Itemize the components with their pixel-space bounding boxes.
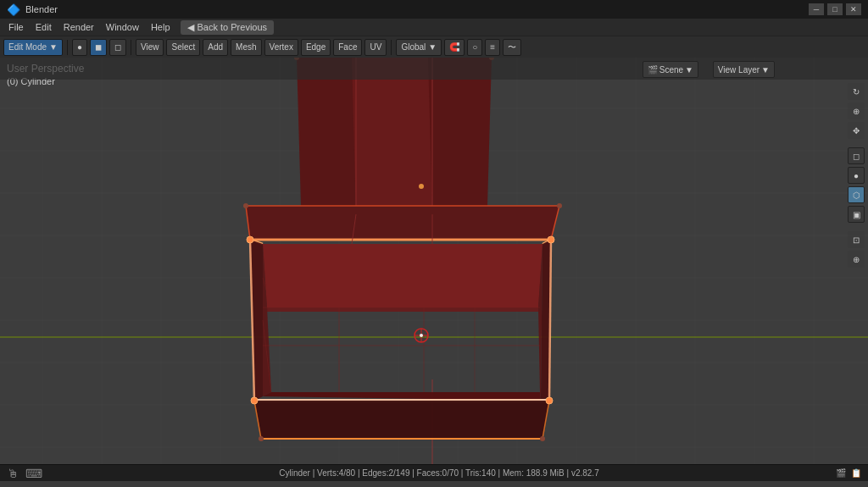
window-controls: ─ □ ✕ [809,3,861,15]
mode-dropdown-icon: ▼ [49,42,58,52]
status-keyboard-icon: ⌨ [25,467,42,480]
pivot-dropdown-icon: ▼ [428,42,437,52]
proportional-edit[interactable]: ○ [467,39,482,56]
back-to-previous-button[interactable]: ◀ Back to Previous [181,20,275,35]
menu-window[interactable]: Window [101,20,144,34]
view-gizmo-btn[interactable]: ↻ [848,83,865,100]
blender-logo: 🔷 [7,3,20,16]
scene-icon: 🎬 [648,65,658,75]
pivot-dropdown[interactable]: Global ▼ [396,39,442,56]
svg-marker-28 [428,58,492,214]
face-select-btn[interactable]: ◻ [109,39,126,56]
svg-marker-27 [352,58,432,214]
toolbar-separator-1 [67,40,68,55]
statusbar-left: 🖱 ⌨ [7,467,42,480]
material-shading-btn[interactable]: ⬡ [848,186,865,203]
pivot-label: Global [401,42,426,52]
edge-select-btn[interactable]: ◼ [90,39,107,56]
view-layer-selector[interactable]: View Layer ▼ [713,61,775,78]
svg-point-68 [557,203,562,208]
menu-edit[interactable]: Edit [31,20,57,34]
solid-shading-btn[interactable]: ● [848,167,865,184]
svg-marker-26 [297,58,356,214]
overlay-toggle-btn[interactable]: ⊡ [848,231,865,248]
titlebar: 🔷 Blender ─ □ ✕ [0,0,868,19]
vertex-menu[interactable]: Vertex [264,39,298,56]
svg-marker-45 [254,401,549,439]
toolbar-separator-3 [391,40,392,55]
close-button[interactable]: ✕ [846,3,861,15]
status-mouse-icon: 🖱 [7,467,19,480]
zoom-gizmo-btn[interactable]: ⊕ [848,102,865,119]
titlebar-left: 🔷 Blender [7,3,58,16]
mode-dropdown[interactable]: Edit Mode ▼ [3,39,63,56]
vertex-select-btn[interactable]: ● [72,39,87,56]
statusbar-text: Cylinder | Verts:4/80 | Edges:2/149 | Fa… [279,468,598,478]
status-scene-icon: 🎬 [836,468,846,478]
wireframe-shading-btn[interactable]: ◻ [848,147,865,164]
svg-point-70 [540,436,545,441]
svg-point-62 [419,184,424,189]
svg-marker-37 [263,244,542,307]
back-icon: ◀ [187,22,194,33]
titlebar-title: Blender [25,4,58,14]
menu-render[interactable]: Render [58,20,99,34]
add-menu[interactable]: Add [203,39,228,56]
face-menu[interactable]: Face [333,39,362,56]
viewport-area[interactable]: User Perspective (0) Cylinder 🎬 Scene ▼ … [0,58,868,464]
uv-menu[interactable]: UV [364,39,387,56]
viewport-right-toolbar: ↻ ⊕ ✥ ◻ ● ⬡ ▣ ⊡ ⊕ [848,83,865,268]
svg-point-67 [243,203,248,208]
menu-file[interactable]: File [3,20,29,34]
svg-point-64 [548,236,554,243]
toolbar-extra-1[interactable]: ≡ [485,39,500,56]
3d-scene [0,58,868,464]
svg-point-61 [420,334,423,337]
scene-selector[interactable]: 🎬 Scene ▼ [643,61,698,78]
edge-menu[interactable]: Edge [301,39,331,56]
view-menu[interactable]: View [136,39,164,56]
mode-label: Edit Mode [8,42,47,52]
viewport-header: 🎬 Scene ▼ View Layer ▼ [0,58,868,80]
status-layer-icon: 📋 [851,468,861,478]
svg-point-63 [247,236,253,243]
toolbar-separator-2 [131,40,131,55]
statusbar: 🖱 ⌨ Cylinder | Verts:4/80 | Edges:2/149 … [0,464,868,481]
minimize-button[interactable]: ─ [809,3,824,15]
snap-toggle[interactable]: 🧲 [444,39,465,56]
svg-point-69 [259,436,264,441]
svg-point-66 [546,397,553,404]
svg-point-65 [251,397,258,404]
menu-help[interactable]: Help [146,20,175,34]
statusbar-info: Cylinder | Verts:4/80 | Edges:2/149 | Fa… [279,468,598,478]
toolbar-extra-2[interactable]: 〜 [503,39,521,56]
statusbar-right-icons: 🎬 📋 [836,468,861,478]
render-shading-btn[interactable]: ▣ [848,206,865,223]
maximize-button[interactable]: □ [827,3,843,15]
pan-gizmo-btn[interactable]: ✥ [848,122,865,139]
mesh-menu[interactable]: Mesh [231,39,261,56]
gizmo-toggle-btn[interactable]: ⊕ [848,251,865,268]
mode-toolbar: Edit Mode ▼ ● ◼ ◻ View Select Add Mesh V… [0,36,868,58]
svg-marker-31 [246,206,559,240]
select-menu[interactable]: Select [166,39,200,56]
menubar: File Edit Render Window Help ◀ Back to P… [0,19,868,36]
